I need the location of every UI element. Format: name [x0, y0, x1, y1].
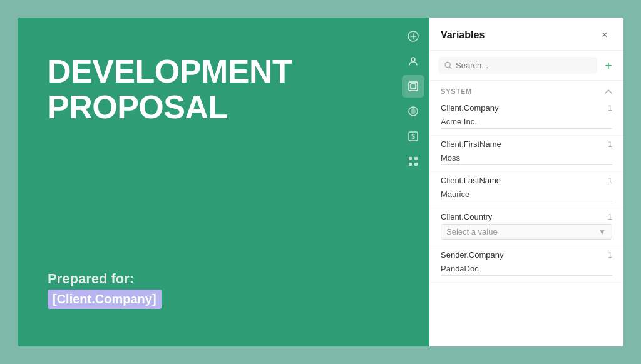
sidebar-toolbar: $	[397, 18, 429, 346]
variable-item: Client.Country1Select a value▼	[429, 208, 623, 246]
variable-count: 1	[608, 104, 612, 113]
variable-input[interactable]	[441, 262, 612, 276]
svg-text:$: $	[411, 133, 415, 140]
search-icon	[444, 61, 452, 69]
variable-name: Sender.Company	[441, 250, 503, 260]
svg-rect-9	[409, 157, 412, 160]
variable-input[interactable]	[441, 188, 612, 201]
variables-toolbar-icon[interactable]	[402, 75, 424, 98]
svg-point-3	[411, 58, 415, 61]
variable-name: Client.Country	[441, 212, 492, 221]
section-label: SYSTEM	[441, 88, 472, 95]
prepared-label: Prepared for:	[48, 271, 162, 287]
panel-search-bar: +	[429, 51, 623, 81]
panel-body: SYSTEM Client.Company1Client.FirstName1C…	[429, 81, 623, 346]
variable-count: 1	[608, 251, 612, 260]
variable-count: 1	[608, 140, 612, 149]
svg-rect-4	[409, 82, 418, 91]
variable-name: Client.LastName	[441, 176, 501, 185]
contacts-toolbar-icon[interactable]	[402, 50, 424, 73]
panel-header: Variables ×	[429, 18, 623, 51]
svg-line-14	[449, 67, 451, 69]
section-collapse-button[interactable]	[605, 87, 612, 96]
prepared-for-section: Prepared for: [Client.Company]	[48, 271, 162, 309]
variable-input[interactable]	[441, 151, 612, 165]
theme-toolbar-icon[interactable]	[402, 100, 424, 123]
variable-name: Client.Company	[441, 103, 499, 113]
variable-item: Client.FirstName1	[429, 136, 623, 172]
document-title: DEVELOPMENT PROPOSAL	[48, 54, 367, 125]
document-preview: DEVELOPMENT PROPOSAL Prepared for: [Clie…	[18, 18, 397, 346]
grid-toolbar-icon[interactable]	[402, 150, 424, 173]
variable-count: 1	[608, 213, 612, 221]
variable-name: Client.FirstName	[441, 139, 501, 149]
section-header: SYSTEM	[429, 81, 623, 99]
svg-rect-11	[409, 163, 412, 166]
company-tag: [Client.Company]	[48, 290, 162, 309]
svg-rect-5	[411, 84, 416, 89]
panel-title: Variables	[441, 29, 485, 41]
variables-panel: Variables × + SYSTEM	[429, 18, 623, 346]
variable-item: Client.Company1	[429, 99, 623, 136]
svg-rect-12	[414, 163, 418, 166]
pricing-toolbar-icon[interactable]: $	[402, 125, 424, 148]
add-variable-button[interactable]: +	[602, 59, 615, 72]
variable-input[interactable]	[441, 115, 612, 129]
variables-list: Client.Company1Client.FirstName1Client.L…	[429, 99, 623, 283]
search-input[interactable]	[456, 61, 591, 70]
panel-close-button[interactable]: ×	[597, 28, 612, 43]
search-input-wrap	[438, 57, 597, 74]
variable-item: Sender.Company1	[429, 246, 623, 283]
variable-item: Client.LastName1	[429, 172, 623, 208]
variable-select[interactable]: Select a value	[441, 224, 612, 240]
variable-count: 1	[608, 176, 612, 185]
svg-rect-10	[414, 157, 418, 160]
add-toolbar-icon[interactable]	[402, 25, 424, 48]
